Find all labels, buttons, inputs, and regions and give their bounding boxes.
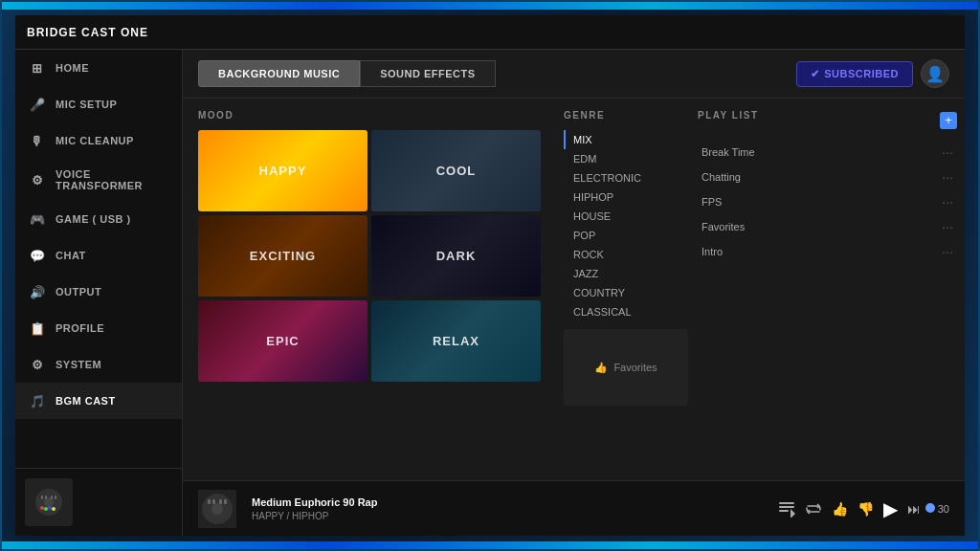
sidebar-item-mic-cleanup[interactable]: 🎙 MIC CLEANUP — [15, 122, 182, 159]
favorites-panel[interactable]: 👍 Favorites — [564, 329, 688, 406]
voice-transformer-icon: ⚙ — [29, 171, 46, 188]
thumbs-down-button[interactable]: 👎 — [858, 501, 874, 517]
game-usb-icon: 🎮 — [29, 210, 46, 228]
output-icon: 🔊 — [29, 283, 46, 300]
tab-sound-effects[interactable]: SOUND EFFECTS — [360, 60, 495, 87]
playlist-header: PLAY LIST + — [698, 110, 957, 130]
playlist-item-dots-3[interactable]: ··· — [942, 219, 953, 234]
playlist-item-favorites[interactable]: Favorites ··· — [698, 214, 957, 239]
main-window: BRIDGE CAST ONE ⊞ HOME 🎤 MIC SETUP 🎙 MIC… — [15, 15, 965, 536]
svg-rect-13 — [208, 499, 211, 504]
sidebar-item-game-usb[interactable]: 🎮 GAME ( USB ) — [15, 201, 182, 237]
playlist-item-chatting[interactable]: Chatting ··· — [698, 165, 957, 189]
tab-background-music[interactable]: BACKGROUND MUSIC — [198, 60, 360, 87]
playlist-item-label-fps: FPS — [702, 196, 722, 208]
system-icon: ⚙ — [29, 356, 46, 373]
player-genre: HAPPY / HIPHOP — [252, 511, 377, 521]
genre-item-mix[interactable]: MIX — [564, 130, 682, 149]
thumbs-up-icon: 👍 — [594, 362, 608, 374]
playlist-item-intro[interactable]: Intro ··· — [698, 239, 957, 264]
sidebar-label-bgm-cast: BGM CAST — [56, 395, 116, 407]
play-button[interactable]: ▶ — [883, 497, 898, 520]
playlist-item-dots-4[interactable]: ··· — [942, 244, 953, 259]
repeat-button[interactable] — [805, 500, 822, 518]
svg-rect-4 — [51, 496, 53, 499]
playlist-add-button[interactable]: + — [940, 112, 957, 129]
sidebar-item-home[interactable]: ⊞ HOME — [15, 50, 182, 86]
app-title: BRIDGE CAST ONE — [27, 26, 148, 39]
playlist-item-label-chatting: Chatting — [702, 171, 741, 183]
sidebar-label-profile: PROFILE — [56, 322, 104, 334]
mood-card-cool[interactable]: COOL — [371, 130, 541, 211]
genre-item-jazz[interactable]: JAZZ — [564, 264, 682, 283]
sidebar-label-voice-transformer: VOICE TRANSFORMER — [56, 168, 168, 191]
genre-label: GENRE — [564, 110, 682, 121]
sidebar-item-profile[interactable]: 📋 PROFILE — [15, 310, 182, 346]
sidebar-label-game-usb: GAME ( USB ) — [56, 213, 131, 225]
genre-item-electronic[interactable]: ELECTRONIC — [564, 168, 682, 187]
svg-rect-18 — [779, 506, 794, 508]
player-info: Medium Euphoric 90 Rap HAPPY / HIPHOP — [252, 496, 377, 521]
skip-next-button[interactable]: ⏭ — [907, 501, 921, 517]
genre-item-house[interactable]: HOUSE — [564, 207, 682, 226]
sidebar-label-output: OUTPUT — [56, 286, 101, 298]
genre-item-edm[interactable]: EDM — [564, 149, 682, 168]
playlist-item-fps[interactable]: FPS ··· — [698, 189, 957, 214]
sidebar-item-voice-transformer[interactable]: ⚙ VOICE TRANSFORMER — [15, 159, 182, 201]
main-content: BACKGROUND MUSIC SOUND EFFECTS ✔ SUBSCRI… — [183, 50, 965, 536]
genre-item-hiphop[interactable]: HIPHOP — [564, 187, 682, 207]
thumbs-up-button[interactable]: 👍 — [832, 501, 848, 517]
genre-list: MIX EDM ELECTRONIC HIPHOP HOUSE POP ROCK… — [564, 130, 682, 321]
playlist-item-dots-0[interactable]: ··· — [942, 144, 953, 160]
genre-item-classical[interactable]: CLASSICAL — [564, 302, 682, 321]
playlist-ctrl-button[interactable] — [778, 500, 795, 518]
playlist-item-dots-1[interactable]: ··· — [942, 169, 953, 185]
svg-point-8 — [48, 506, 52, 510]
profile-icon: 📋 — [29, 320, 46, 337]
home-icon: ⊞ — [29, 59, 46, 77]
sidebar-album-art — [25, 478, 73, 526]
sidebar-label-mic-setup: MIC SETUP — [56, 99, 117, 110]
player-title: Medium Euphoric 90 Rap — [252, 496, 377, 508]
chat-icon: 💬 — [29, 247, 46, 264]
mood-card-dark[interactable]: DARK — [371, 215, 541, 297]
svg-rect-17 — [779, 502, 794, 504]
mood-section: MOOD HAPPY COOL EXCITING — [183, 99, 556, 480]
sidebar-item-system[interactable]: ⚙ SYSTEM — [15, 346, 182, 383]
mic-setup-icon: 🎤 — [29, 96, 46, 113]
mood-label-exciting: EXCITING — [250, 249, 316, 263]
mood-card-epic[interactable]: EPIC — [198, 300, 368, 382]
sidebar-item-mic-setup[interactable]: 🎤 MIC SETUP — [15, 86, 182, 122]
subscribed-label: SUBSCRIBED — [824, 68, 899, 79]
genre-item-country[interactable]: COUNTRY — [564, 283, 682, 302]
mood-card-exciting[interactable]: EXCITING — [198, 215, 368, 297]
genre-section: GENRE MIX EDM ELECTRONIC HIPHOP HOUSE PO… — [556, 99, 690, 480]
playlist-item-break-time[interactable]: Break Time ··· — [698, 140, 957, 165]
svg-rect-3 — [45, 496, 47, 499]
playlist-item-dots-2[interactable]: ··· — [942, 194, 953, 209]
genre-item-pop[interactable]: POP — [564, 226, 682, 245]
player-thumbnail — [198, 490, 236, 528]
user-avatar[interactable]: 👤 — [921, 59, 949, 88]
svg-rect-16 — [224, 499, 227, 504]
svg-point-12 — [212, 503, 223, 515]
mic-cleanup-icon: 🎙 — [29, 132, 46, 149]
playlist-item-label-intro: Intro — [702, 246, 723, 257]
subscribed-button[interactable]: ✔ SUBSCRIBED — [796, 61, 913, 87]
mood-card-happy[interactable]: HAPPY — [198, 130, 368, 211]
sidebar-item-output[interactable]: 🔊 OUTPUT — [15, 274, 182, 310]
genre-item-rock[interactable]: ROCK — [564, 245, 682, 264]
sidebar-item-bgm-cast[interactable]: 🎵 BGM CAST — [15, 383, 182, 419]
svg-point-7 — [44, 507, 48, 511]
svg-rect-5 — [55, 496, 56, 499]
sidebar-item-chat[interactable]: 💬 CHAT — [15, 237, 182, 274]
sidebar-label-chat: CHAT — [56, 250, 86, 261]
playlist-label: PLAY LIST — [698, 110, 759, 121]
bgm-cast-icon: 🎵 — [29, 392, 46, 409]
svg-marker-20 — [791, 509, 795, 518]
check-icon: ✔ — [811, 68, 820, 80]
svg-rect-2 — [41, 496, 43, 499]
mood-card-relax[interactable]: RELAX — [371, 300, 541, 382]
playlist-item-label-favorites: Favorites — [702, 221, 745, 232]
sidebar-label-mic-cleanup: MIC CLEANUP — [56, 135, 134, 146]
